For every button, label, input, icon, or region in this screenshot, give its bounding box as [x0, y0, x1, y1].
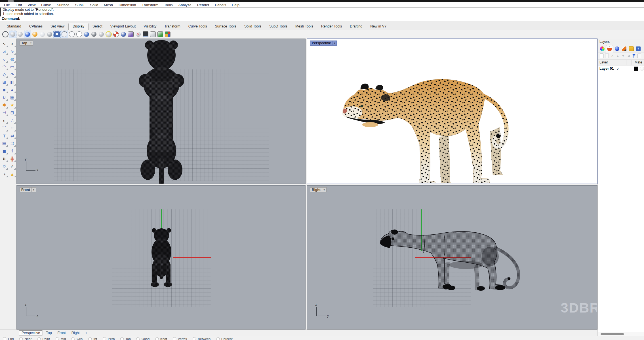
osnap-checkbox[interactable]: [19, 337, 23, 340]
offset-icon[interactable]: ⇉: [9, 140, 16, 147]
ribbon-tab-select[interactable]: Select: [89, 23, 106, 30]
ghosted-display-icon[interactable]: [39, 31, 46, 38]
ribbon-tab-curve-tools[interactable]: Curve Tools: [184, 23, 211, 30]
osnap-checkbox[interactable]: [173, 337, 176, 340]
point-display-icon[interactable]: [127, 31, 134, 38]
isocurves-off-icon[interactable]: ✕: [134, 31, 142, 38]
group-icon[interactable]: ▤: [1, 140, 8, 147]
command-history[interactable]: Display mode set to "Rendered". 1 open m…: [0, 7, 644, 17]
osnap-checkbox[interactable]: [103, 337, 106, 340]
ribbon-tab-transform[interactable]: Transform: [160, 23, 184, 30]
arc-icon[interactable]: ◠: [1, 63, 8, 71]
menu-file[interactable]: File: [1, 3, 13, 7]
menu-panels[interactable]: Panels: [212, 3, 229, 7]
viewport-page-tab-right[interactable]: Right: [69, 331, 82, 335]
ribbon-tab-mesh-tools[interactable]: Mesh Tools: [291, 23, 317, 30]
technical-display-icon[interactable]: [68, 31, 75, 38]
current-layer-check-icon[interactable]: ✓: [616, 67, 620, 71]
fillet-icon[interactable]: ⌒: [1, 124, 8, 132]
shaded-all-icon[interactable]: [16, 31, 24, 38]
move-up-icon[interactable]: ▲: [615, 53, 620, 58]
ribbon-tab-render-tools[interactable]: Render Tools: [317, 23, 346, 30]
menu-surface[interactable]: Surface: [54, 3, 72, 7]
osnap-end[interactable]: End: [3, 336, 14, 340]
scrollbar-thumb[interactable]: [601, 333, 624, 335]
chevron-down-icon[interactable]: ▼: [29, 41, 33, 45]
wireframe-display-icon[interactable]: [2, 31, 9, 38]
boolean-difference-icon[interactable]: ◑: [1, 170, 8, 178]
highlight-toggle-icon[interactable]: [105, 31, 112, 38]
ribbon-tab-visibility[interactable]: Visibility: [140, 23, 160, 30]
viewport-top[interactable]: Top▼ y: [16, 39, 306, 184]
command-prompt-input[interactable]: Command:: [0, 16, 644, 22]
blend-icon[interactable]: ≈: [9, 124, 16, 132]
cylinder-icon[interactable]: ∪: [1, 94, 8, 101]
layer-material-icon[interactable]: [640, 67, 644, 71]
menu-tools[interactable]: Tools: [161, 3, 175, 7]
osnap-point[interactable]: Point: [37, 336, 50, 340]
explode-icon[interactable]: ✱: [1, 101, 8, 109]
filter-icon[interactable]: [631, 53, 637, 58]
menu-render[interactable]: Render: [194, 3, 212, 7]
horizontal-scrollbar[interactable]: [598, 332, 644, 336]
viewport-title-right[interactable]: Right▼: [310, 187, 327, 192]
osnap-checkbox[interactable]: [71, 337, 75, 340]
boolean-union-icon[interactable]: ◐: [1, 117, 8, 124]
osnap-percent[interactable]: Percent: [216, 336, 233, 340]
artistic-display-icon[interactable]: [53, 31, 61, 38]
osnap-mid[interactable]: Mid: [56, 336, 66, 340]
osnap-vertex[interactable]: Vertex: [173, 336, 187, 340]
box-icon[interactable]: ■: [1, 86, 8, 94]
new-viewport-icon[interactable]: +: [85, 331, 87, 335]
osnap-cen[interactable]: Cen: [71, 336, 83, 340]
leopard-front-wireframe[interactable]: [148, 226, 174, 289]
viewport-front[interactable]: Front▼ z: [16, 185, 306, 330]
patch-icon[interactable]: ▦: [9, 94, 16, 101]
display-options-icon[interactable]: [164, 31, 171, 38]
osnap-checkbox[interactable]: [120, 337, 124, 340]
polyline-icon[interactable]: ⊿: [1, 48, 8, 55]
viewport-page-tab-front[interactable]: Front: [55, 331, 68, 335]
ribbon-tab-solid-tools[interactable]: Solid Tools: [240, 23, 265, 30]
camera-icon[interactable]: [120, 31, 127, 38]
osnap-tan[interactable]: Tan: [120, 336, 131, 340]
ribbon-tab-viewport-layout[interactable]: Viewport Layout: [106, 23, 140, 30]
delete-layer-icon[interactable]: ✕: [610, 53, 615, 58]
viewport-title-perspective[interactable]: Perspective▼: [310, 41, 337, 46]
viewport-right[interactable]: Right▼ 3DBR: [307, 185, 597, 330]
menu-curve[interactable]: Curve: [38, 3, 54, 7]
point-cloud-icon[interactable]: ∴: [9, 117, 16, 124]
shaded-display-icon[interactable]: [9, 31, 16, 38]
osnap-checkbox[interactable]: [37, 337, 41, 340]
extrude-icon[interactable]: ⇑: [9, 147, 16, 155]
osnap-int[interactable]: Int: [88, 336, 97, 340]
menu-transform[interactable]: Transform: [139, 3, 161, 7]
shade-object-icon[interactable]: [98, 31, 105, 38]
menu-help[interactable]: Help: [229, 3, 242, 7]
pen-display-icon[interactable]: [61, 31, 68, 38]
menu-view[interactable]: View: [25, 3, 38, 7]
surface-corner-icon[interactable]: ◧: [9, 78, 16, 86]
pyramid-icon[interactable]: ▲: [9, 170, 16, 178]
rendering-tab-icon[interactable]: [620, 45, 628, 52]
osnap-checkbox[interactable]: [3, 337, 6, 340]
menu-dimension[interactable]: Dimension: [116, 3, 139, 7]
osnap-checkbox[interactable]: [136, 337, 140, 340]
viewport-title-front[interactable]: Front▼: [20, 187, 36, 192]
direction-analysis-icon[interactable]: [112, 31, 120, 38]
rectangle-icon[interactable]: ▭: [9, 63, 16, 71]
leopard-rendered-model[interactable]: [336, 53, 523, 183]
properties-tab-icon[interactable]: [599, 45, 606, 52]
xray-display-icon[interactable]: [46, 31, 53, 38]
layer-name[interactable]: Layer 01: [598, 67, 616, 71]
osnap-checkbox[interactable]: [155, 337, 159, 340]
chevron-down-icon[interactable]: ▼: [332, 41, 336, 45]
sphere-icon[interactable]: ●: [9, 86, 16, 94]
osnap-between[interactable]: Between: [193, 336, 211, 340]
duplicate-layer-icon[interactable]: [637, 53, 642, 58]
menu-subd[interactable]: SubD: [72, 3, 87, 7]
menu-edit[interactable]: Edit: [13, 3, 25, 7]
menu-mesh[interactable]: Mesh: [101, 3, 116, 7]
smash-icon[interactable]: ★: [9, 101, 16, 109]
ribbon-tab-standard[interactable]: Standard: [3, 23, 25, 30]
